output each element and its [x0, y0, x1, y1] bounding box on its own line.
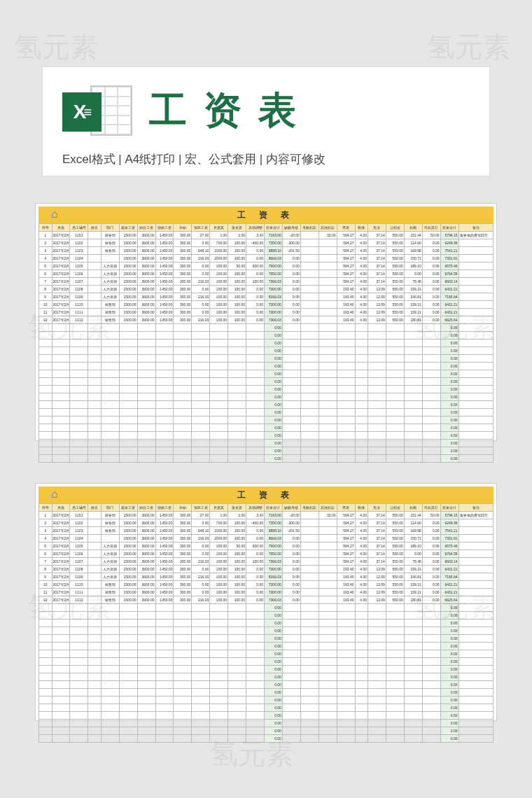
- table-cell: [210, 681, 228, 689]
- table-cell: [52, 627, 70, 635]
- table-cell: [101, 535, 119, 542]
- table-cell: [137, 393, 155, 401]
- table-cell: [337, 432, 355, 440]
- table-cell: 0.00: [282, 293, 300, 301]
- table-cell: 0.00: [246, 589, 265, 596]
- col-header: 加班工资: [192, 224, 210, 232]
- table-cell: [210, 635, 228, 643]
- table-cell: [458, 519, 493, 527]
- table-cell: [368, 635, 386, 643]
- table-cell: [174, 635, 192, 643]
- table-cell: -201.50: [282, 527, 300, 535]
- table-cell: 550.00: [386, 309, 404, 316]
- table-cell: [70, 666, 88, 673]
- table-cell: 300.00: [174, 293, 192, 301]
- table-cell: 0.00: [192, 286, 210, 293]
- table-cell: [368, 363, 386, 370]
- table-cell: [300, 393, 318, 401]
- table-cell: [318, 650, 337, 658]
- table-cell: [70, 635, 88, 643]
- table-cell: 4.00: [355, 239, 368, 247]
- table-cell: 6431.21: [440, 581, 458, 589]
- table-cell: 1107: [70, 558, 88, 566]
- table-cell: 1450.00: [155, 293, 174, 301]
- table-cell: 0.00: [422, 316, 440, 324]
- table-cell: 1450.00: [155, 270, 174, 278]
- table-row: 0.000.00: [39, 455, 493, 463]
- table-cell: 151.44: [404, 232, 422, 239]
- table-cell: [318, 340, 337, 347]
- table-cell: 594.27: [337, 519, 355, 527]
- table-cell: [70, 340, 88, 347]
- table-cell: [137, 643, 155, 650]
- home-icon[interactable]: ⌂: [51, 488, 64, 500]
- table-cell: 4.00: [355, 247, 368, 255]
- table-cell: 0.00: [246, 596, 265, 604]
- table-cell: [422, 650, 440, 658]
- table-cell: [368, 673, 386, 681]
- table-cell: [368, 650, 386, 658]
- table-cell: [318, 566, 337, 573]
- table-cell: [404, 727, 422, 735]
- table-cell: [246, 658, 265, 666]
- table-cell: 193.40: [337, 596, 355, 604]
- table-cell: 3: [39, 247, 52, 255]
- table-cell: [155, 424, 174, 432]
- table-cell: 300.00: [174, 581, 192, 589]
- home-icon[interactable]: ⌂: [51, 208, 64, 220]
- sheet-title: 工 资 表: [237, 209, 295, 221]
- table-cell: [318, 363, 337, 370]
- table-cell: [282, 612, 300, 620]
- excel-badge-bar: ≡: [84, 104, 91, 120]
- table-cell: 1450.00: [155, 542, 174, 550]
- table-cell: 4.00: [355, 558, 368, 566]
- table-cell: 6431.21: [440, 309, 458, 316]
- table-cell: [119, 401, 137, 409]
- table-cell: [39, 378, 52, 386]
- table-cell: 0.00: [440, 627, 458, 635]
- table-cell: [368, 393, 386, 401]
- table-cell: 人力资源: [101, 286, 119, 293]
- table-cell: [228, 658, 246, 666]
- table-cell: [39, 424, 52, 432]
- table-cell: [101, 604, 119, 612]
- table-cell: 0.00: [246, 581, 265, 589]
- table-cell: 1450.00: [155, 255, 174, 262]
- table-cell: [88, 286, 102, 293]
- table-cell: [368, 347, 386, 355]
- table-cell: [368, 727, 386, 735]
- table-cell: [52, 455, 70, 463]
- table-cell: [174, 627, 192, 635]
- table-cell: [300, 573, 318, 581]
- table-cell: [337, 455, 355, 463]
- table-cell: [88, 347, 102, 355]
- sheet-title-bar: ⌂ 工 资 表: [38, 206, 493, 223]
- table-cell: [282, 643, 300, 650]
- table-cell: 0.00: [440, 635, 458, 643]
- table-cell: [137, 386, 155, 393]
- page-title: 工资表: [149, 85, 313, 136]
- table-cell: [318, 689, 337, 696]
- table-cell: [386, 432, 404, 440]
- table-row: 112017年2月1111销售部1500.003600.001450.00300…: [39, 309, 493, 316]
- table-cell: [318, 527, 337, 535]
- table-cell: [246, 424, 265, 432]
- table-cell: 550.00: [386, 316, 404, 324]
- table-cell: [155, 370, 174, 378]
- table-cell: [39, 612, 52, 620]
- table-cell: [422, 455, 440, 463]
- table-cell: [300, 293, 318, 301]
- table-cell: [458, 550, 493, 558]
- table-cell: 6: [39, 270, 52, 278]
- table-cell: [300, 440, 318, 447]
- table-cell: 1450.00: [155, 566, 174, 573]
- table-cell: 销售部: [101, 301, 119, 309]
- table-cell: [300, 604, 318, 612]
- table-cell: [210, 409, 228, 416]
- table-cell: [119, 440, 137, 447]
- table-cell: [192, 424, 210, 432]
- table-cell: 0.00: [282, 573, 300, 581]
- table-cell: [368, 681, 386, 689]
- table-cell: [192, 658, 210, 666]
- table-cell: [39, 604, 52, 612]
